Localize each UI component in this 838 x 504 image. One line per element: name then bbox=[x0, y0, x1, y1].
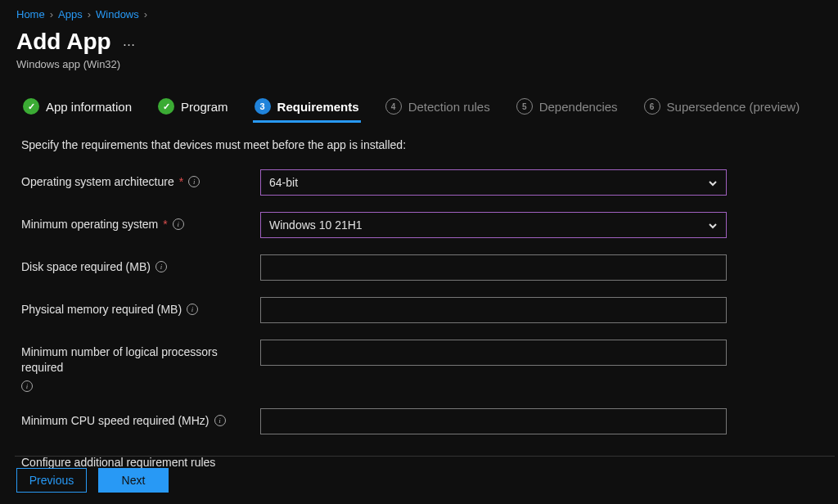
tab-program[interactable]: ✓ Program bbox=[156, 93, 230, 123]
select-os-arch[interactable]: 64-bit bbox=[260, 169, 727, 196]
label-os-arch: Operating system architecture bbox=[21, 174, 174, 190]
step-number-icon: 5 bbox=[516, 98, 533, 115]
intro-text: Specify the requirements that devices mu… bbox=[21, 138, 822, 151]
input-disk-space[interactable] bbox=[260, 254, 727, 281]
previous-button[interactable]: Previous bbox=[16, 468, 87, 493]
tab-label: App information bbox=[46, 100, 132, 114]
label-physical-memory: Physical memory required (MB) bbox=[21, 302, 182, 317]
more-actions-icon[interactable]: … bbox=[123, 34, 137, 49]
crumb-apps[interactable]: Apps bbox=[58, 8, 83, 20]
tab-label: Detection rules bbox=[408, 100, 490, 114]
info-icon[interactable]: i bbox=[173, 218, 184, 230]
chevron-right-icon: › bbox=[88, 8, 91, 20]
form-content: Specify the requirements that devices mu… bbox=[0, 124, 838, 477]
step-number-icon: 6 bbox=[644, 98, 660, 115]
crumb-windows[interactable]: Windows bbox=[96, 8, 139, 20]
crumb-home[interactable]: Home bbox=[16, 8, 45, 20]
chevron-right-icon: › bbox=[144, 8, 147, 20]
info-icon[interactable]: i bbox=[155, 261, 167, 272]
input-logical-processors[interactable] bbox=[260, 340, 727, 366]
step-number-icon: 3 bbox=[255, 98, 271, 115]
select-value: Windows 10 21H1 bbox=[269, 218, 363, 232]
tab-detection-rules[interactable]: 4 Detection rules bbox=[384, 93, 492, 123]
tab-label: Dependencies bbox=[539, 100, 618, 114]
input-physical-memory[interactable] bbox=[260, 297, 727, 323]
label-logical-processors: Minimum number of logical processors req… bbox=[21, 344, 260, 376]
wizard-tabs: ✓ App information ✓ Program 3 Requiremen… bbox=[0, 87, 838, 124]
breadcrumb: Home › Apps › Windows › bbox=[0, 0, 838, 25]
select-min-os[interactable]: Windows 10 21H1 bbox=[260, 212, 727, 238]
tab-requirements[interactable]: 3 Requirements bbox=[253, 93, 361, 123]
label-disk-space: Disk space required (MB) bbox=[21, 259, 151, 275]
tab-label: Supersedence (preview) bbox=[667, 100, 800, 114]
check-icon: ✓ bbox=[158, 98, 174, 115]
footer-buttons: Previous Next bbox=[16, 468, 169, 493]
tab-dependencies[interactable]: 5 Dependencies bbox=[515, 93, 619, 123]
chevron-down-icon bbox=[708, 220, 718, 230]
label-additional-rules: Configure additional requirement rules bbox=[21, 451, 822, 469]
tab-label: Program bbox=[181, 100, 228, 114]
info-icon[interactable]: i bbox=[214, 415, 226, 426]
label-cpu-speed: Minimum CPU speed required (MHz) bbox=[21, 413, 210, 429]
chevron-right-icon: › bbox=[50, 8, 53, 20]
label-min-os: Minimum operating system bbox=[21, 217, 158, 232]
next-button[interactable]: Next bbox=[98, 468, 169, 493]
page-title: Add App bbox=[16, 29, 111, 55]
tab-app-information[interactable]: ✓ App information bbox=[21, 93, 133, 123]
required-marker: * bbox=[179, 174, 183, 190]
subtitle: Windows app (Win32) bbox=[0, 55, 838, 87]
tab-supersedence[interactable]: 6 Supersedence (preview) bbox=[642, 93, 802, 123]
check-icon: ✓ bbox=[23, 98, 39, 115]
info-icon[interactable]: i bbox=[21, 380, 33, 392]
select-value: 64-bit bbox=[269, 176, 298, 189]
footer-separator bbox=[15, 456, 835, 457]
info-icon[interactable]: i bbox=[188, 176, 200, 187]
input-cpu-speed[interactable] bbox=[260, 408, 727, 434]
tab-label: Requirements bbox=[277, 100, 359, 114]
required-marker: * bbox=[163, 217, 167, 232]
info-icon[interactable]: i bbox=[187, 304, 198, 315]
step-number-icon: 4 bbox=[385, 98, 402, 115]
chevron-down-icon bbox=[708, 178, 718, 187]
